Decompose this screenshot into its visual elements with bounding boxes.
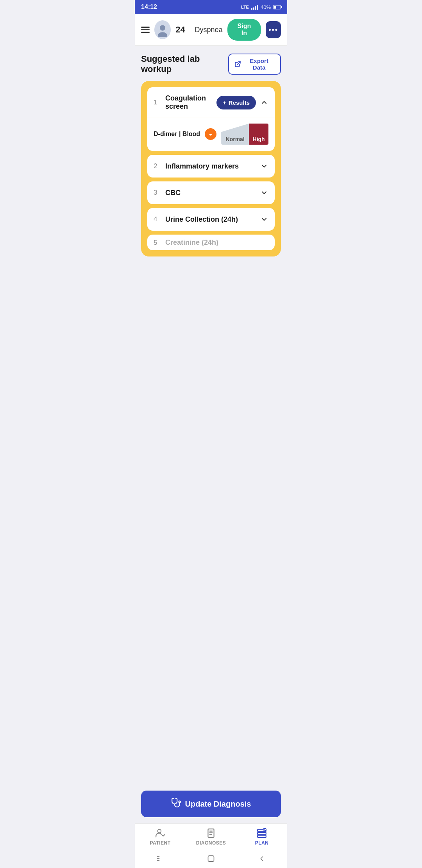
update-diagnosis-button[interactable]: Update Diagnosis	[141, 791, 281, 817]
lab-item-4: 4 Urine Collection (24h)	[147, 208, 275, 231]
chevron-up-icon[interactable]	[260, 98, 268, 107]
sign-in-button[interactable]: Sign In	[227, 19, 261, 41]
hamburger-line-1	[141, 27, 150, 28]
battery-icon	[273, 5, 281, 9]
ddimer-label: D-dimer | Blood	[154, 131, 200, 138]
hamburger-line-3	[141, 32, 150, 33]
avatar-image	[155, 22, 170, 37]
lab-item-5-number: 5	[154, 239, 161, 247]
signal-bar-4	[257, 5, 258, 10]
battery-fill	[274, 6, 276, 9]
patient-age: 24	[175, 25, 185, 35]
section-title: Suggested lab workup	[141, 54, 228, 74]
results-plus: +	[223, 99, 226, 106]
header-divider	[190, 24, 190, 35]
nav-item-diagnoses[interactable]: DIAGNOSES	[195, 828, 227, 846]
range-bar: Normal High	[221, 124, 268, 145]
status-right: LTE 40%	[241, 4, 281, 10]
lab-item-1-header: 1 Coagulation screen + Results	[147, 87, 275, 118]
lab-item-3: 3 CBC	[147, 181, 275, 204]
update-diagnosis-label: Update Diagnosis	[185, 800, 251, 809]
lab-item-2-header: 2 Inflammatory markers	[147, 155, 275, 178]
export-button[interactable]: Export Data	[228, 54, 281, 75]
svg-point-5	[158, 829, 161, 833]
lab-item-3-header: 3 CBC	[147, 181, 275, 204]
nav-item-patient[interactable]: PATIENT	[145, 828, 176, 846]
patient-icon	[155, 828, 166, 839]
lab-item-3-name: CBC	[165, 189, 256, 197]
system-back-button[interactable]	[257, 854, 266, 863]
system-bar	[135, 849, 287, 868]
nav-label-plan: PLAN	[255, 840, 269, 846]
lab-item-3-number: 3	[154, 189, 161, 197]
lab-item-1: 1 Coagulation screen + Results D-dimer |…	[147, 87, 275, 151]
signal-bar-1	[251, 8, 252, 10]
signal-bar-2	[253, 7, 254, 10]
system-menu-button[interactable]	[156, 854, 165, 863]
chevron-down-icon-2[interactable]	[260, 162, 268, 170]
signal-bar-3	[255, 6, 256, 10]
status-time: 14:12	[141, 4, 157, 11]
chevron-down-icon-4[interactable]	[260, 215, 268, 224]
svg-rect-17	[208, 856, 214, 862]
download-icon	[208, 131, 213, 137]
signal-bars	[251, 4, 258, 10]
svg-rect-12	[257, 835, 266, 837]
export-icon	[234, 61, 241, 68]
lab-item-5-name: Creatinine (24h)	[165, 239, 268, 247]
lab-item-5-header: 5 Creatinine (24h)	[147, 235, 275, 250]
lab-item-4-number: 4	[154, 215, 161, 223]
nav-item-plan[interactable]: PLAN	[246, 828, 277, 846]
nav-label-patient: PATIENT	[150, 840, 170, 846]
patient-diagnosis: Dyspnea	[195, 26, 223, 34]
ddimer-status-icon[interactable]	[205, 128, 216, 140]
hamburger-line-2	[141, 29, 150, 30]
export-label: Export Data	[243, 57, 275, 71]
battery-percent: 40%	[261, 4, 271, 10]
svg-point-1	[160, 25, 165, 30]
system-home-button[interactable]	[206, 854, 216, 863]
plan-icon	[256, 828, 267, 839]
nav-label-diagnoses: DIAGNOSES	[196, 840, 226, 846]
normal-label: Normal	[226, 136, 245, 142]
ddimer-detail: D-dimer | Blood Normal High	[147, 118, 275, 151]
lte-indicator: LTE	[241, 5, 249, 9]
stethoscope-icon	[171, 798, 181, 810]
lab-workup-card: 1 Coagulation screen + Results D-dimer |…	[141, 81, 281, 256]
results-button[interactable]: + Results	[216, 96, 256, 109]
diagnoses-icon	[206, 828, 216, 839]
lab-item-2-name: Inflammatory markers	[165, 162, 256, 170]
lab-item-2-number: 2	[154, 162, 161, 170]
lab-item-5: 5 Creatinine (24h)	[147, 235, 275, 250]
more-options-button[interactable]: •••	[266, 21, 281, 38]
lab-item-2: 2 Inflammatory markers	[147, 155, 275, 178]
results-label: Results	[229, 99, 250, 106]
status-bar: 14:12 LTE 40%	[135, 0, 287, 14]
chevron-down-icon-3[interactable]	[260, 188, 268, 197]
stethoscope-svg	[171, 798, 181, 808]
lab-item-1-name: Coagulation screen	[165, 94, 213, 111]
header: 24 Dyspnea Sign In •••	[135, 14, 287, 46]
range-high: High	[249, 124, 268, 145]
lab-item-1-number: 1	[154, 99, 161, 106]
lab-item-4-header: 4 Urine Collection (24h)	[147, 208, 275, 231]
section-header: Suggested lab workup Export Data	[141, 54, 281, 75]
lab-item-4-name: Urine Collection (24h)	[165, 215, 256, 224]
high-label: High	[253, 136, 265, 142]
range-normal: Normal	[221, 124, 249, 145]
main-content: Suggested lab workup Export Data 1 Coagu…	[135, 46, 287, 791]
svg-point-4	[179, 801, 180, 803]
avatar	[154, 20, 171, 39]
menu-button[interactable]	[141, 27, 150, 33]
bottom-nav: PATIENT DIAGNOSES PLAN	[135, 823, 287, 849]
svg-rect-11	[257, 832, 266, 834]
svg-line-3	[237, 62, 240, 65]
